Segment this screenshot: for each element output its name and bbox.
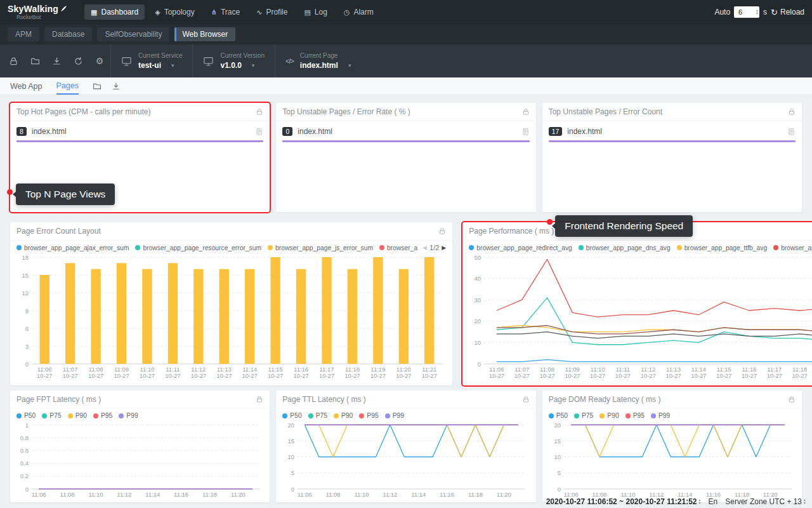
gear-icon[interactable]: ⚙ [89,44,110,77]
monitor-icon [203,56,214,67]
clipboard-icon[interactable] [787,128,796,136]
value-bar [549,140,796,142]
current-page-select[interactable]: </> Current Page index.html▾ [275,44,361,77]
legend-label: P95 [633,412,645,419]
folder-icon[interactable] [24,44,46,77]
legend-item[interactable]: P99 [385,412,404,419]
lock-icon[interactable] [788,108,796,116]
page-dom-ready-latency-chart: 0510152011:0611:0811:1011:1211:1411:1611… [545,420,799,500]
lock-icon[interactable] [256,396,263,403]
svg-text:10-27: 10-27 [742,372,757,379]
app-logo[interactable]: SkyWalking Rocketbot [8,4,68,20]
reload-button[interactable]: ↻ Reload [771,8,804,17]
svg-text:9: 9 [25,307,29,314]
folder-icon[interactable] [93,82,102,91]
legend-item[interactable]: P95 [359,412,378,419]
legend-item[interactable]: P99 [119,412,138,419]
nav-item-topology[interactable]: ◈Topology [148,4,201,20]
reload-label: Reload [780,8,804,17]
stepper-down-icon[interactable]: ▾ [756,12,758,15]
legend-item[interactable]: P90 [68,412,87,419]
time-range[interactable]: 2020-10-27 11:06:52 ~ 2020-10-27 11:21:5… [546,497,701,506]
language-switch[interactable]: En [709,497,718,506]
nav-item-profile[interactable]: ∿Profile [250,4,294,20]
tab-pages[interactable]: Pages [56,77,79,95]
legend-item[interactable]: browser_app_page_js_error_sum [268,244,373,251]
selector-value: index.html [300,61,338,70]
refresh-icon[interactable] [67,44,89,77]
tab-apm[interactable]: APM [8,27,39,41]
svg-text:10-27: 10-27 [191,372,206,379]
page-ttl-latency-chart: 0510152011:0611:0811:1011:1211:1411:1611… [278,420,533,500]
legend-item[interactable]: browser_a [379,244,417,251]
current-service-select[interactable]: Current Service test-ui▾ [110,44,192,77]
server-zone-control[interactable]: Server Zone UTC + 13 ▴▾ [725,497,806,506]
legend-item[interactable]: browser_app_page_redirect_avg [469,244,572,251]
prev-page-icon[interactable]: ◀ [422,244,427,251]
download-icon[interactable] [112,82,121,91]
nav-label: Profile [266,8,287,17]
legend-dot [16,245,22,250]
legend-item[interactable]: P75 [574,412,593,419]
legend-item[interactable]: browser_app_page_tcp_avg [773,244,812,251]
tab-web-browser[interactable]: Web Browser [174,27,235,41]
svg-text:0: 0 [557,486,560,493]
legend-dot [119,413,124,418]
lock-icon[interactable] [522,396,530,403]
selector-label: Current Page [300,52,351,59]
stepper-down-icon[interactable]: ▾ [699,502,701,505]
legend-item[interactable]: P95 [93,412,112,419]
next-page-icon[interactable]: ▶ [442,244,446,251]
tab-web-app[interactable]: Web App [10,77,43,95]
nav-item-dashboard[interactable]: ▦Dashboard [84,4,145,20]
legend-item[interactable]: P50 [549,412,568,419]
legend-item[interactable]: P50 [16,412,36,419]
chart-legend: browser_app_page_ajax_error_sumbrowser_a… [10,241,452,253]
svg-text:10-27: 10-27 [514,372,530,379]
chevron-down-icon: ▾ [348,62,351,69]
legend-item[interactable]: browser_app_page_dns_avg [579,244,671,251]
legend-item[interactable]: P50 [282,412,301,419]
legend-item[interactable]: P90 [334,412,353,419]
legend-item[interactable]: P99 [651,412,670,419]
nav-item-alarm[interactable]: ◷Alarm [337,4,380,20]
lock-icon[interactable] [788,396,796,403]
tab-selfobservability[interactable]: SelfObservability [97,27,169,41]
nav-item-log[interactable]: ▤Log [298,4,333,20]
legend-item[interactable]: P75 [42,412,61,419]
value-badge: 8 [16,127,27,136]
clipboard-icon[interactable] [521,128,530,136]
legend-item[interactable]: browser_app_page_ajax_error_sum [16,244,129,251]
nav-label: Alarm [353,8,373,17]
legend-item[interactable]: browser_app_page_ttfb_avg [677,244,768,251]
lock-icon[interactable] [256,108,263,116]
legend-item[interactable]: P75 [308,412,327,419]
auto-interval-input[interactable]: 6 ▴▾ [734,6,759,18]
legend-item[interactable]: P90 [599,412,619,419]
legend-dot [651,413,656,418]
panel-top-unstable-error-rate: Top Unstable Pages / Error Rate ( % ) 0 … [276,103,535,212]
lock-icon[interactable] [522,108,530,116]
logo-title: SkyWalking [8,4,58,13]
panel-title: Page TTL Latency ( ms ) [282,395,365,404]
legend-item[interactable]: browser_app_page_resource_error_sum [135,244,261,251]
nav-item-trace[interactable]: ⋔Trace [205,4,246,20]
svg-text:10-27: 10-27 [370,372,386,379]
svg-text:10-27: 10-27 [396,372,411,379]
panel-title: Page FPT Latency ( ms ) [16,395,101,404]
stepper-down-icon[interactable]: ▾ [804,502,806,505]
current-version-select[interactable]: Current Version v1.0.0▾ [192,44,274,77]
download-icon[interactable] [46,44,67,77]
svg-text:0.8: 0.8 [20,434,29,441]
svg-text:11:08: 11:08 [60,491,75,498]
page-name: index.html [32,127,67,136]
lock-icon[interactable] [3,44,24,77]
svg-text:15: 15 [22,272,29,279]
legend-label: P50 [24,412,36,419]
svg-text:20: 20 [554,422,561,429]
tab-database[interactable]: Database [44,27,92,41]
legend-item[interactable]: P95 [625,412,645,419]
lock-icon[interactable] [438,227,446,235]
svg-text:12: 12 [22,290,29,297]
clipboard-icon[interactable] [255,128,263,136]
